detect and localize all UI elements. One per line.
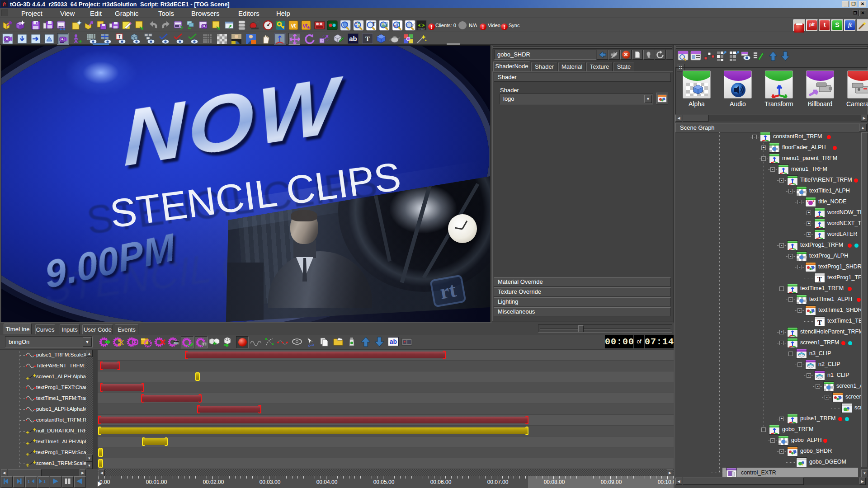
svg-text:abc: abc [174,341,179,344]
svg-text:vt: vt [291,23,296,29]
svg-text:T: T [118,34,121,39]
svg-text:T: T [817,276,822,282]
svg-text:1: 1 [43,479,46,484]
svg-text:vt: vt [303,23,308,29]
svg-text:1: 1 [28,479,30,484]
svg-text:NVIDIA: NVIDIA [418,28,425,30]
svg-text:T: T [817,319,822,326]
